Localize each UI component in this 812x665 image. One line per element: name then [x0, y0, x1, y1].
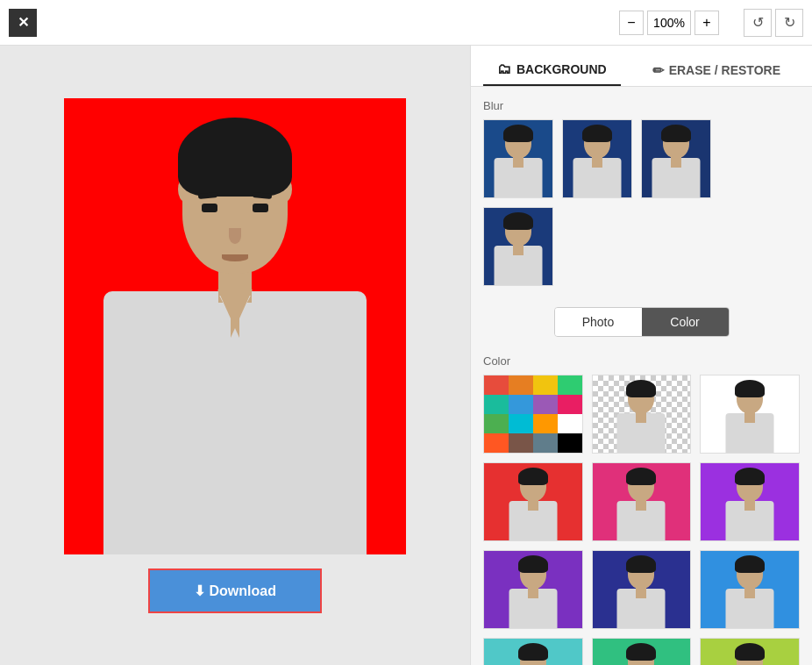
mini-neck-blur4	[513, 245, 524, 255]
toggle-photo-btn[interactable]: Photo	[555, 308, 642, 336]
mini-hair-r	[518, 468, 548, 485]
blur-thumb-4[interactable]	[483, 207, 553, 286]
mini-person-blur4	[484, 208, 552, 285]
mini-neck-blur1	[513, 157, 524, 168]
mini-neck-bb	[744, 588, 755, 598]
blur-thumb-row-1	[483, 119, 800, 198]
mini-person-brightblue	[701, 551, 799, 628]
mini-hair-bb	[735, 555, 765, 573]
color-section: Color	[483, 354, 800, 665]
mini-person-white	[701, 375, 799, 453]
mini-person-mpurple	[484, 551, 582, 628]
download-button[interactable]: ⬇ Download	[148, 568, 322, 613]
mini-hair-blur4	[503, 212, 533, 230]
mini-neck-db	[636, 588, 646, 598]
zoom-value-display: 100%	[647, 11, 691, 35]
pencil-icon: ✏	[652, 62, 664, 79]
mini-neck-t	[636, 412, 646, 423]
color-thumb-palette[interactable]	[483, 375, 583, 454]
tab-erase-restore-label: ERASE / RESTORE	[669, 63, 780, 77]
mini-person-yellowgreen	[701, 639, 799, 665]
redo-button[interactable]: ↻	[775, 9, 803, 37]
tab-erase-restore[interactable]: ✏ ERASE / RESTORE	[638, 54, 794, 86]
panel-tabs: 🗂 BACKGROUND ✏ ERASE / RESTORE	[471, 46, 812, 87]
mini-neck-w	[744, 412, 755, 423]
mini-hair-p	[735, 468, 765, 485]
color-thumb-transparent[interactable]	[592, 375, 692, 454]
mini-person-blur1	[484, 120, 552, 197]
mini-person-blur2	[563, 120, 631, 197]
blur-section: Blur	[483, 99, 800, 286]
color-thumb-red[interactable]	[483, 462, 583, 541]
mini-hair-tl	[518, 643, 548, 661]
layers-icon: 🗂	[497, 61, 511, 77]
history-controls: ↺ ↻	[744, 9, 803, 37]
color-thumb-purple[interactable]	[700, 462, 800, 541]
mini-person-darkblue	[593, 551, 691, 628]
photo-color-toggle: Photo Color	[554, 307, 730, 337]
mini-neck-hp	[636, 500, 646, 511]
zoom-in-button[interactable]: +	[694, 11, 719, 35]
toggle-color-btn[interactable]: Color	[642, 308, 729, 336]
toggle-container: Photo Color	[483, 295, 800, 346]
zoom-out-button[interactable]: −	[619, 11, 644, 35]
palette-grid	[484, 375, 582, 453]
panel-content: Blur	[471, 87, 812, 665]
mini-hair-blur3	[661, 125, 691, 142]
main-area: ⬇ Download 🗂 BACKGROUND ✏ ERASE / RESTOR…	[0, 46, 812, 665]
toolbar: ✕ − 100% + ↺ ↻	[0, 0, 812, 46]
mini-person-blur3	[642, 120, 710, 197]
blur-thumb-3[interactable]	[641, 119, 711, 198]
mini-hair-cy	[626, 643, 656, 661]
image-container: ⬇ Download	[64, 98, 406, 613]
mini-person-teal	[484, 639, 582, 665]
mini-hair-t	[626, 380, 656, 397]
mini-neck-blur2	[592, 157, 602, 168]
close-button[interactable]: ✕	[9, 9, 37, 37]
zoom-controls: − 100% +	[619, 11, 719, 35]
mini-hair-blur2	[582, 125, 612, 142]
mini-person-transparent	[593, 375, 691, 453]
blur-section-label: Blur	[483, 99, 800, 112]
color-thumb-yellow-green[interactable]	[700, 638, 800, 665]
mini-hair-hp	[626, 468, 656, 485]
color-thumb-hotpink[interactable]	[592, 462, 692, 541]
undo-button[interactable]: ↺	[744, 9, 772, 37]
color-thumb-medium-purple[interactable]	[483, 550, 583, 629]
mini-person-purple	[701, 463, 799, 540]
color-section-label: Color	[483, 354, 800, 368]
mini-hair-w	[735, 380, 765, 397]
right-panel: 🗂 BACKGROUND ✏ ERASE / RESTORE Blur	[470, 46, 812, 665]
mini-hair-yg	[735, 643, 765, 661]
color-thumb-white[interactable]	[700, 375, 800, 454]
photo-display	[64, 98, 406, 554]
mini-neck-mp	[528, 588, 538, 598]
mini-person-hotpink	[593, 463, 691, 540]
mini-hair-db	[626, 555, 656, 573]
color-thumb-grid	[483, 375, 800, 665]
mini-person-cyan	[593, 639, 691, 665]
mini-hair-blur1	[503, 125, 533, 142]
color-thumb-teal[interactable]	[483, 638, 583, 665]
mini-neck-blur3	[671, 157, 681, 168]
mini-neck-p	[744, 500, 755, 511]
color-thumb-dark-blue[interactable]	[592, 550, 692, 629]
blur-thumb-row-2	[483, 207, 800, 286]
blur-thumb-2[interactable]	[562, 119, 632, 198]
download-area: ⬇ Download	[148, 568, 322, 613]
color-thumb-cyan[interactable]	[592, 638, 692, 665]
mini-person-red	[484, 463, 582, 540]
mini-hair-mp	[518, 555, 548, 573]
tab-background-label: BACKGROUND	[516, 62, 607, 76]
blur-thumb-1[interactable]	[483, 119, 553, 198]
canvas-area: ⬇ Download	[0, 46, 470, 665]
mini-neck-r	[528, 500, 538, 511]
tab-background[interactable]: 🗂 BACKGROUND	[483, 54, 621, 86]
color-thumb-bright-blue[interactable]	[700, 550, 800, 629]
